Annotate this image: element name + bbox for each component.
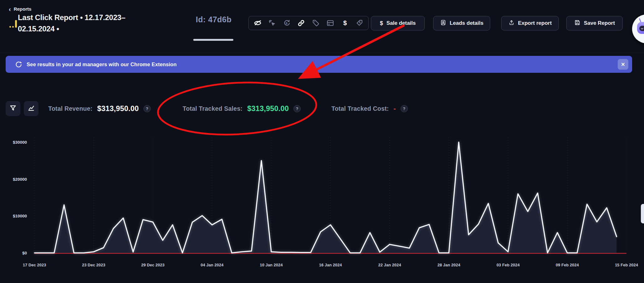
revenue-chart[interactable]: $0$10000$20000$3000017 Dec 202323 Dec 20… [0, 0, 644, 283]
x-tick-label: 09 Feb 2024 [556, 263, 579, 267]
x-tick-label: 28 Jan 2024 [437, 263, 460, 267]
y-tick-label: $10000 [13, 214, 27, 218]
x-tick-label: 17 Dec 2023 [23, 263, 46, 267]
x-tick-label: 03 Feb 2024 [496, 263, 520, 267]
robot-icon [637, 22, 644, 35]
chrome-extension-icon [15, 61, 22, 68]
chrome-extension-banner: See results in your ad managers with our… [6, 56, 632, 73]
x-tick-label: 16 Jan 2024 [319, 263, 342, 267]
x-tick-label: 15 Feb 2024 [615, 263, 638, 267]
x-tick-label: 04 Jan 2024 [200, 263, 224, 267]
revenue-area [34, 142, 617, 253]
x-tick-label: 23 Dec 2023 [82, 263, 105, 267]
edge-widget-handle[interactable] [641, 204, 644, 223]
x-tick-label: 22 Jan 2024 [378, 263, 401, 267]
y-tick-label: $30000 [13, 140, 27, 145]
x-tick-label: 29 Dec 2023 [141, 263, 164, 267]
y-tick-label: $0 [22, 251, 27, 255]
x-tick-label: 10 Jan 2024 [260, 263, 283, 267]
banner-text: See results in your ad managers with our… [27, 61, 177, 67]
last-click-report-page: ‹ Reports Last Click Report • 12.17.2023… [0, 0, 644, 283]
y-tick-label: $20000 [13, 177, 27, 182]
banner-close-button[interactable]: ✕ [618, 59, 628, 70]
